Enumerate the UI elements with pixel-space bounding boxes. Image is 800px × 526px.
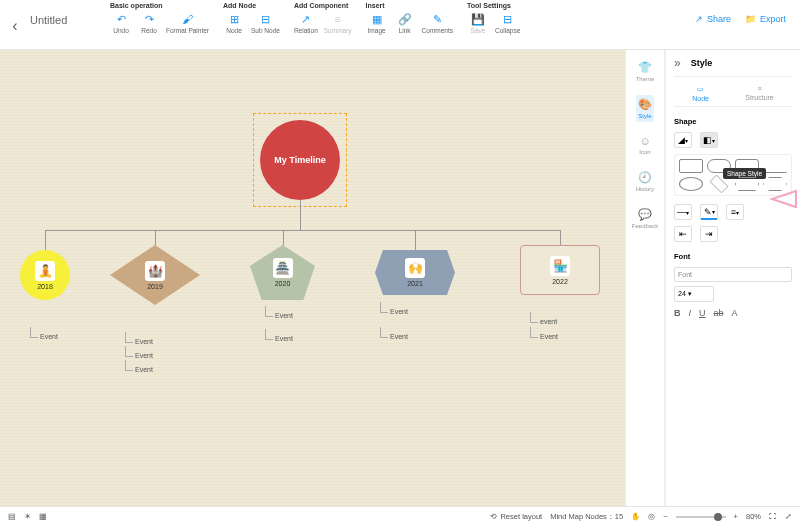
event-item[interactable]: Event [540,333,558,340]
node-icon: ⊞ [227,12,241,26]
view-outline-button[interactable]: ▤ [8,512,16,521]
reset-layout-button[interactable]: ⟲ Reset layout [490,512,542,521]
hint-arrow-icon [764,188,798,210]
event-item[interactable]: Event [275,335,293,342]
event-item[interactable]: event [540,318,557,325]
hand-tool-button[interactable]: ✋ [631,512,640,521]
format-color-button[interactable]: A [732,308,738,318]
collapse-button[interactable]: ⊟Collapse [495,12,520,34]
format-painter-icon: 🖌 [181,12,195,26]
node-2022[interactable]: 🏪2022 [520,245,600,295]
shape-underline[interactable] [763,159,787,173]
event-item[interactable]: Event [275,312,293,319]
event-item[interactable]: Event [135,352,153,359]
node-button[interactable]: ⊞Node [223,12,245,34]
style-icon: 🎨 [638,98,652,111]
target-button[interactable]: ◎ [648,512,655,521]
panel-title: Style [691,58,713,68]
connector [300,200,301,230]
shape-oval[interactable] [679,177,703,191]
statusbar: ▤ ☀ ▦ ⟲ Reset layout Mind Map Nodes：15 ✋… [0,506,800,526]
summary-button: ≡Summary [324,12,352,34]
event-item[interactable]: Event [390,308,408,315]
comments-icon: ✎ [430,12,444,26]
indent-left-button[interactable]: ⇤ [674,226,692,242]
node-tab-icon: ▭ [697,85,704,93]
toolbar-group-label: Basic operation [110,2,209,9]
node-2020[interactable]: 🏯2020 [250,245,315,300]
shape-rect[interactable] [679,159,703,173]
back-button[interactable]: ‹ [0,2,30,50]
format-underline-button[interactable]: U [699,308,706,318]
shape-hexagon[interactable] [735,177,759,191]
event-item[interactable]: Event [390,333,408,340]
collapse-panel-icon[interactable]: » [674,56,681,70]
format-strike-button[interactable]: ab [714,308,724,318]
sub-node-icon: ⊟ [258,12,272,26]
zoom-slider[interactable] [676,516,726,518]
sidetab-theme[interactable]: 👕Theme [634,58,657,85]
nodes-count-label: Mind Map Nodes：15 [550,512,623,522]
image-icon: ▦ [370,12,384,26]
redo-button[interactable]: ↷Redo [138,12,160,34]
root-node[interactable]: My Timeline [260,120,340,200]
toolbar-group-label: Insert [366,2,453,9]
node-2021[interactable]: 🙌2021 [375,250,455,295]
save-button: 💾Save [467,12,489,34]
border-width-button[interactable]: ≡▾ [726,204,744,220]
feedback-icon: 💬 [638,208,652,221]
sidetab-style[interactable]: 🎨Style [636,95,654,122]
format-bold-button[interactable]: B [674,308,681,318]
link-button[interactable]: 🔗Link [394,12,416,34]
toolbar-group-label: Tool Settings [467,2,520,9]
sidetab-feedback[interactable]: 💬Feedback [630,205,660,232]
share-icon: ↗ [695,14,703,24]
format-painter-button[interactable]: 🖌Format Painter [166,12,209,34]
sidetab-history[interactable]: 🕘History [634,168,657,195]
undo-button[interactable]: ↶Undo [110,12,132,34]
fullscreen-button[interactable]: ⛶ [769,512,777,521]
font-size-select[interactable]: 24 ▾ [674,286,714,302]
image-button[interactable]: ▦Image [366,12,388,34]
indent-right-button[interactable]: ⇥ [700,226,718,242]
toolbar-group-label: Add Node [223,2,280,9]
node-2018[interactable]: 🧘2018 [20,250,70,300]
zoom-in-button[interactable]: + [734,512,738,521]
relation-icon: ↗ [299,12,313,26]
zoom-out-button[interactable]: − [663,512,667,521]
panel-tab-node[interactable]: ▭Node [692,85,709,102]
sidetab-icon[interactable]: ☺Icon [637,132,652,158]
structure-tab-icon: ≡ [758,85,762,92]
border-style-button[interactable]: —▾ [674,204,692,220]
fill-color-button[interactable]: ◢▾ [674,132,692,148]
style-panel: » Style ▭Node≡Structure Shape ◢▾ ◧▾ Shap… [665,50,800,506]
icon-icon: ☺ [639,135,650,147]
share-button[interactable]: ↗Share [695,14,731,24]
event-item[interactable]: Event [135,338,153,345]
theme-icon: 👕 [638,61,652,74]
view-grid-button[interactable]: ▦ [39,512,47,521]
format-italic-button[interactable]: I [689,308,692,318]
shape-style-button[interactable]: ◧▾ [700,132,718,148]
event-item[interactable]: Event [135,366,153,373]
border-color-button[interactable]: ✎▾ [700,204,718,220]
expand-button[interactable]: ⤢ [785,512,792,521]
connector [415,230,416,250]
node-2019[interactable]: 🏰2019 [110,245,200,305]
panel-tab-structure[interactable]: ≡Structure [745,85,773,102]
history-icon: 🕘 [638,171,652,184]
relation-button[interactable]: ↗Relation [294,12,318,34]
topbar: ‹ Untitled Basic operation↶Undo↷Redo🖌For… [0,0,800,50]
font-family-select[interactable]: Font [674,267,792,282]
toolbar-group-label: Add Component [294,2,352,9]
sub-node-button[interactable]: ⊟Sub Node [251,12,280,34]
redo-icon: ↷ [142,12,156,26]
canvas[interactable]: My Timeline 🧘2018 🏰2019 🏯2020 🙌2021 🏪202… [0,50,625,506]
document-title[interactable]: Untitled [30,2,110,26]
shape-section-label: Shape [674,117,792,126]
connector [45,230,560,231]
comments-button[interactable]: ✎Comments [422,12,453,34]
view-sun-button[interactable]: ☀ [24,512,31,521]
event-item[interactable]: Event [40,333,58,340]
export-button[interactable]: 📁Export [745,14,786,24]
